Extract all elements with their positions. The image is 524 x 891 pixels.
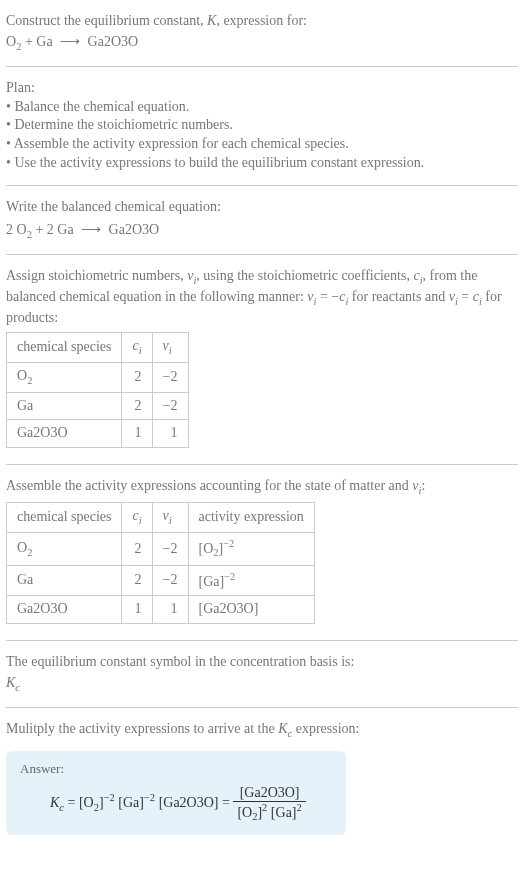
plan-heading: Plan:: [6, 79, 518, 98]
plan-section: Plan: • Balance the chemical equation. •…: [6, 75, 518, 177]
term-ga2o3o: [Ga2O3O]: [159, 795, 219, 810]
cell-species: O2: [7, 362, 122, 392]
col-species: chemical species: [7, 503, 122, 533]
species-o2: O2: [6, 34, 21, 49]
cell-c: 1: [122, 420, 152, 448]
term-o2: [O2]−2: [79, 795, 115, 810]
cell-c: 1: [122, 596, 152, 624]
species-ga2o3o: Ga2O3O: [88, 34, 139, 49]
balanced-heading: Write the balanced chemical equation:: [6, 198, 518, 217]
assign-text: Assign stoichiometric numbers,: [6, 268, 187, 283]
divider: [6, 464, 518, 465]
K-symbol: K: [207, 13, 216, 28]
col-vi: νi: [152, 503, 188, 533]
intro-text-1: Construct the equilibrium constant,: [6, 13, 207, 28]
equals: =: [64, 795, 79, 810]
frac-den: [O2]2 [Ga]2: [233, 802, 305, 822]
divider: [6, 66, 518, 67]
intro-equation: O2 + Ga ⟶ Ga2O3O: [6, 31, 518, 54]
cell-v: −2: [152, 533, 188, 566]
coef-ga: 2 Ga: [47, 222, 74, 237]
assign-section: Assign stoichiometric numbers, νi, using…: [6, 263, 518, 457]
plan-item: • Determine the stoichiometric numbers.: [6, 116, 518, 135]
eq: = −: [316, 289, 339, 304]
assemble-text: :: [421, 478, 425, 493]
c-i: ci: [413, 268, 422, 283]
cell-v: −2: [152, 392, 188, 420]
plan-item: • Balance the chemical equation.: [6, 98, 518, 117]
cell-species: O2: [7, 533, 122, 566]
cell-c: 2: [122, 533, 152, 566]
product: Ga2O3O: [109, 222, 160, 237]
cell-ae: [Ga]−2: [188, 565, 314, 596]
coef-o2: 2 O2: [6, 222, 32, 237]
plan-list: • Balance the chemical equation. • Deter…: [6, 98, 518, 174]
fraction: [Ga2O3O] [O2]2 [Ga]2: [233, 785, 305, 822]
table-header-row: chemical species ci νi: [7, 332, 189, 362]
rel1r: ci: [339, 289, 348, 304]
table-row: Ga2O3O 1 1 [Ga2O3O]: [7, 596, 315, 624]
Kc: Kc: [278, 721, 292, 736]
activity-table: chemical species ci νi activity expressi…: [6, 502, 315, 624]
plus: +: [21, 34, 36, 49]
multiply-text: Mulitply the activity expressions to arr…: [6, 721, 278, 736]
divider: [6, 707, 518, 708]
table-row: O2 2 −2: [7, 362, 189, 392]
plus: +: [32, 222, 47, 237]
divider: [6, 640, 518, 641]
table-row: Ga 2 −2: [7, 392, 189, 420]
intro-text-2: , expression for:: [216, 13, 307, 28]
table-row: Ga2O3O 1 1: [7, 420, 189, 448]
multiply-text: expression:: [292, 721, 359, 736]
answer-equation: Kc = [O2]−2 [Ga]−2 [Ga2O3O] = [Ga2O3O] […: [20, 783, 332, 824]
term-ga: [Ga]−2: [118, 795, 155, 810]
col-ci: ci: [122, 503, 152, 533]
cell-ae: [O2]−2: [188, 533, 314, 566]
table-header-row: chemical species ci νi activity expressi…: [7, 503, 315, 533]
col-vi: νi: [152, 332, 188, 362]
cell-c: 2: [122, 362, 152, 392]
assign-text: for reactants and: [348, 289, 448, 304]
assemble-text: Assemble the activity expressions accoun…: [6, 478, 412, 493]
arrow-icon: ⟶: [77, 221, 105, 238]
cell-c: 2: [122, 392, 152, 420]
cell-v: 1: [152, 420, 188, 448]
cell-species: Ga2O3O: [7, 420, 122, 448]
cell-v: 1: [152, 596, 188, 624]
cell-v: −2: [152, 565, 188, 596]
assign-text: , using the stoichiometric coefficients,: [196, 268, 413, 283]
balanced-equation: 2 O2 + 2 Ga ⟶ Ga2O3O: [6, 219, 518, 242]
intro: Construct the equilibrium constant, K, e…: [6, 8, 518, 58]
table-row: O2 2 −2 [O2]−2: [7, 533, 315, 566]
Kc: Kc: [50, 795, 64, 810]
cell-species: Ga: [7, 565, 122, 596]
col-species: chemical species: [7, 332, 122, 362]
col-ae: activity expression: [188, 503, 314, 533]
symbol-text: The equilibrium constant symbol in the c…: [6, 653, 518, 672]
divider: [6, 185, 518, 186]
cell-ae: [Ga2O3O]: [188, 596, 314, 624]
equals: =: [219, 795, 234, 810]
nu-i: νi: [187, 268, 196, 283]
multiply-section: Mulitply the activity expressions to arr…: [6, 716, 518, 745]
cell-v: −2: [152, 362, 188, 392]
table-row: Ga 2 −2 [Ga]−2: [7, 565, 315, 596]
plan-item: • Use the activity expressions to build …: [6, 154, 518, 173]
assemble-section: Assemble the activity expressions accoun…: [6, 473, 518, 632]
cell-species: Ga2O3O: [7, 596, 122, 624]
rel2: νi: [449, 289, 458, 304]
rel2r: ci: [473, 289, 482, 304]
cell-species: Ga: [7, 392, 122, 420]
stoich-table: chemical species ci νi O2 2 −2 Ga 2 −2 G…: [6, 332, 189, 449]
cell-c: 2: [122, 565, 152, 596]
eq: =: [458, 289, 473, 304]
plan-item: • Assemble the activity expression for e…: [6, 135, 518, 154]
symbol-section: The equilibrium constant symbol in the c…: [6, 649, 518, 699]
species-ga: Ga: [36, 34, 52, 49]
intro-line: Construct the equilibrium constant, K, e…: [6, 12, 518, 31]
Kc-symbol: Kc: [6, 674, 518, 695]
answer-box: Answer: Kc = [O2]−2 [Ga]−2 [Ga2O3O] = [G…: [6, 751, 346, 834]
frac-num: [Ga2O3O]: [233, 785, 305, 802]
balanced-section: Write the balanced chemical equation: 2 …: [6, 194, 518, 246]
col-ci: ci: [122, 332, 152, 362]
